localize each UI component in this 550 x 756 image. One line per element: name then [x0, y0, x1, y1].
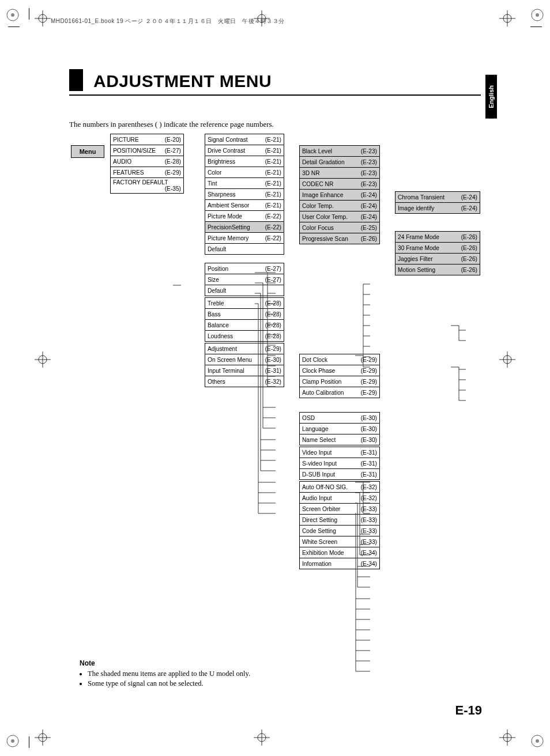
menu-column-3: Black Level(E-23)Detail Gradation(E-23)3… [299, 145, 380, 569]
menu-item: Image Enhance(E-24) [300, 190, 380, 201]
note-block: Note The shaded menu items are applied t… [80, 659, 250, 689]
menu-item: Picture Memory(E-22) [205, 233, 284, 244]
crop-mark-icon [6, 8, 20, 22]
svg-point-7 [536, 739, 539, 743]
menu-item: Progressive Scan(E-26) [300, 233, 380, 244]
crop-mark-icon [6, 734, 20, 748]
menu-item: Jaggies Filter(E-26) [395, 254, 480, 264]
menu-item: FACTORY DEFAULT(E-35) [111, 178, 184, 194]
svg-point-5 [11, 739, 14, 743]
menu-item: Color Temp.(E-24) [300, 201, 380, 211]
menu-item: Ambient Sensor(E-21) [205, 200, 284, 211]
menu-item: Code Setting(E-33) [300, 526, 380, 536]
menu-item: POSITION/SIZE(E-27) [111, 145, 184, 156]
menu-item: Detail Gradation(E-23) [300, 157, 380, 168]
menu-item: 30 Frame Mode(E-26) [395, 243, 480, 254]
menu-item: Brightness(E-21) [205, 156, 284, 167]
menu-item: Drive Contrast(E-21) [205, 145, 284, 156]
menu-item: PrecisionSetting(E-22) [205, 222, 284, 233]
menu-item: S-video Input(E-31) [300, 458, 380, 469]
menu-item: Color(E-21) [205, 167, 284, 178]
menu-item: OSD(E-30) [300, 413, 380, 424]
menu-column-4: Chroma Transient(E-24)Image identify(E-2… [395, 191, 480, 275]
page-number: E-19 [455, 703, 482, 718]
menu-item: 3D NR(E-23) [300, 168, 380, 179]
menu-item: Clamp Position(E-29) [300, 376, 380, 387]
menu-item: Audio Input(E-32) [300, 493, 380, 504]
menu-item: Default [205, 244, 284, 255]
menu-item: White Screen(E-33) [300, 536, 380, 547]
menu-item: Picture Mode(E-22) [205, 211, 284, 222]
menu-item: Signal Contrast(E-21) [205, 134, 284, 145]
trim-line [8, 27, 20, 27]
menu-item: Dot Clock(E-29) [300, 354, 380, 365]
menu-item: Motion Setting(E-26) [395, 264, 480, 275]
menu-item: Direct Setting(E-33) [300, 515, 380, 526]
note-item: The shaded menu items are applied to the… [88, 670, 250, 678]
title-ornament-icon [69, 69, 83, 91]
menu-item: Exhibition Mode(E-34) [300, 547, 380, 558]
crop-mark-icon [530, 734, 544, 748]
svg-point-1 [11, 13, 14, 17]
menu-item: Screen Orbiter(E-33) [300, 504, 380, 515]
registration-mark-icon [35, 729, 51, 746]
menu-item: User Color Temp.(E-24) [300, 211, 380, 222]
menu-item: On Screen Menu(E-30) [205, 354, 284, 365]
menu-item: Name Select(E-30) [300, 434, 380, 445]
note-heading: Note [80, 659, 250, 667]
registration-mark-icon [35, 351, 51, 368]
note-item: Some type of signal can not be selected. [88, 679, 250, 688]
menu-item: FEATURES(E-29) [111, 167, 184, 178]
menu-item: Auto Off-NO SIG.(E-32) [300, 482, 380, 493]
menu-item: Others(E-32) [205, 376, 284, 387]
language-tab: English [485, 75, 497, 119]
menu-item: 24 Frame Mode(E-26) [395, 232, 480, 243]
trim-line [29, 8, 29, 20]
menu-item: Information(E-34) [300, 558, 380, 569]
page-title: ADJUSTMENT MENU [93, 71, 272, 91]
menu-item: Input Terminal(E-31) [205, 365, 284, 376]
menu-item: Chroma Transient(E-24) [395, 192, 480, 203]
menu-item: Default [205, 285, 284, 296]
registration-mark-icon [499, 10, 515, 27]
menu-item: Bass(E-28) [205, 309, 284, 320]
menu-item: Size(E-27) [205, 274, 284, 285]
registration-mark-icon [35, 10, 51, 27]
header-meta: MHD01661-01_E.book 19 ページ ２００４年１１月１６日 火曜… [51, 17, 285, 25]
menu-item: Image identify(E-24) [395, 203, 480, 214]
menu-item: Color Focus(E-25) [300, 222, 380, 233]
registration-mark-icon [499, 351, 515, 368]
menu-item: Auto Calibration(E-29) [300, 387, 380, 398]
trim-line [530, 27, 542, 27]
menu-column-2: Signal Contrast(E-21)Drive Contrast(E-21… [205, 134, 284, 387]
trim-line [29, 736, 29, 748]
menu-item: Adjustment(E-29) [205, 343, 284, 354]
title-bar: ADJUSTMENT MENU [69, 69, 481, 96]
menu-item: Clock Phase(E-29) [300, 365, 380, 376]
menu-root-label: Menu [71, 145, 104, 158]
menu-item: CODEC NR(E-23) [300, 179, 380, 190]
menu-item: Tint(E-21) [205, 178, 284, 189]
registration-mark-icon [254, 729, 270, 746]
menu-item: Language(E-30) [300, 424, 380, 434]
registration-mark-icon [499, 729, 515, 746]
svg-point-3 [536, 13, 539, 17]
menu-item: PICTURE(E-20) [111, 134, 184, 145]
menu-item: Loudness(E-28) [205, 331, 284, 342]
menu-item: Balance(E-28) [205, 320, 284, 331]
intro-text: The numbers in parentheses ( ) indicate … [69, 120, 274, 129]
menu-item: Black Level(E-23) [300, 146, 380, 157]
menu-item: AUDIO(E-28) [111, 156, 184, 167]
menu-item: Treble(E-28) [205, 298, 284, 309]
menu-item: D-SUB Input(E-31) [300, 469, 380, 480]
menu-item: Video Input(E-31) [300, 447, 380, 458]
menu-column-1: PICTURE(E-20)POSITION/SIZE(E-27)AUDIO(E-… [110, 134, 184, 194]
menu-item: Sharpness(E-21) [205, 189, 284, 200]
menu-item: Position(E-27) [205, 263, 284, 274]
crop-mark-icon [530, 8, 544, 22]
